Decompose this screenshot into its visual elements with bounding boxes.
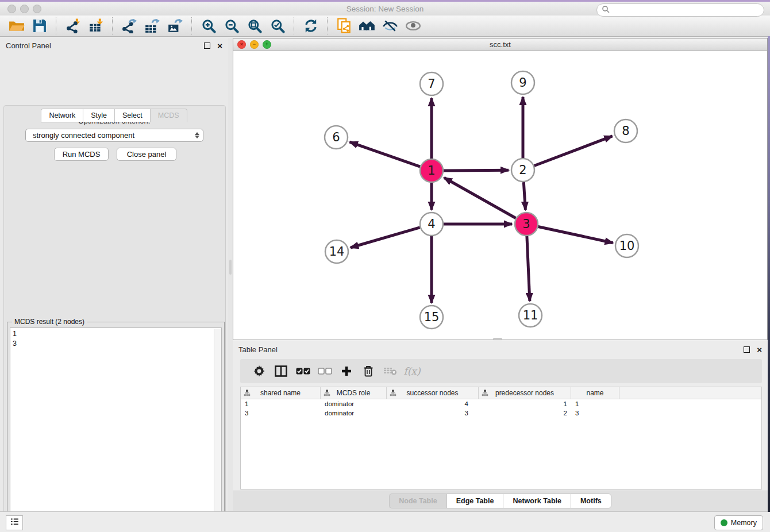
graph-edge-4-14[interactable] bbox=[351, 228, 420, 248]
table-row[interactable]: 1dominator411 bbox=[241, 399, 761, 408]
zoom-in-icon[interactable] bbox=[199, 17, 218, 34]
close-panel-icon[interactable]: × bbox=[217, 41, 222, 50]
home-icon[interactable] bbox=[357, 17, 377, 34]
graph-node-4[interactable]: 4 bbox=[420, 213, 443, 236]
tab-edge-table[interactable]: Edge Table bbox=[446, 494, 503, 508]
table-row[interactable]: 3dominator323 bbox=[241, 408, 761, 418]
refresh-icon[interactable] bbox=[301, 17, 321, 34]
network-window-title: scc.txt bbox=[233, 40, 767, 49]
column-header-shared-name[interactable]: shared name bbox=[241, 387, 321, 399]
svg-text:1: 1 bbox=[428, 164, 435, 178]
table-cell[interactable]: 3 bbox=[387, 410, 479, 417]
node-table-header: shared nameMCDS rolesuccessor nodesprede… bbox=[241, 387, 761, 399]
graph-node-6[interactable]: 6 bbox=[325, 126, 348, 149]
graph-edge-1-2[interactable] bbox=[444, 170, 509, 171]
search-icon bbox=[602, 5, 610, 16]
criterion-dropdown[interactable]: strongly connected component bbox=[25, 129, 203, 142]
graph-edge-3-1[interactable] bbox=[444, 178, 516, 218]
control-panel-title: Control Panel bbox=[6, 41, 204, 50]
table-cell[interactable]: dominator bbox=[321, 410, 387, 417]
save-session-icon[interactable] bbox=[30, 17, 49, 34]
float-window-icon[interactable] bbox=[204, 43, 210, 49]
zoom-out-icon[interactable] bbox=[222, 17, 241, 34]
column-header-MCDS-role[interactable]: MCDS role bbox=[321, 387, 387, 399]
canvas-scroll-handle[interactable] bbox=[493, 338, 502, 340]
table-cell[interactable]: 1 bbox=[241, 400, 321, 407]
search-input[interactable] bbox=[596, 3, 764, 17]
graph-node-15[interactable]: 15 bbox=[420, 306, 443, 329]
delete-columns-icon[interactable] bbox=[357, 363, 379, 380]
import-table-icon[interactable] bbox=[86, 17, 106, 34]
graph-node-9[interactable]: 9 bbox=[511, 71, 534, 94]
toolbar-separator bbox=[327, 17, 328, 34]
zoom-fit-icon[interactable] bbox=[245, 17, 264, 34]
graph-node-2[interactable]: 2 bbox=[511, 159, 534, 182]
table-cell[interactable]: 1 bbox=[479, 400, 571, 407]
table-settings-gear-icon[interactable] bbox=[248, 363, 270, 380]
graph-node-10[interactable]: 10 bbox=[615, 234, 638, 257]
table-cell[interactable]: 2 bbox=[479, 410, 571, 417]
tab-network[interactable]: Network bbox=[41, 109, 83, 122]
control-panel: Control Panel × NetworkStyleSelectMCDS O… bbox=[0, 38, 228, 511]
attribute-tree-icon bbox=[482, 390, 488, 398]
graph-edge-3-11[interactable] bbox=[527, 236, 530, 301]
zoom-selected-icon[interactable] bbox=[268, 17, 287, 34]
export-table-icon[interactable] bbox=[143, 17, 162, 34]
task-history-button[interactable] bbox=[6, 515, 23, 530]
table-cell[interactable]: 4 bbox=[387, 400, 479, 407]
export-network-icon[interactable] bbox=[120, 17, 139, 34]
run-mcds-button[interactable]: Run MCDS bbox=[54, 148, 109, 161]
duplicate-network-icon[interactable] bbox=[334, 17, 354, 34]
table-cell[interactable]: dominator bbox=[321, 400, 387, 407]
graph-edge-2-8[interactable] bbox=[534, 136, 613, 166]
add-column-icon[interactable] bbox=[336, 363, 357, 380]
column-header-label: successor nodes bbox=[406, 389, 458, 397]
mcds-result-title: MCDS result (2 nodes) bbox=[12, 318, 87, 326]
graph-edge-1-6[interactable] bbox=[350, 142, 421, 167]
tab-mcds[interactable]: MCDS bbox=[150, 109, 187, 122]
tab-node-table[interactable]: Node Table bbox=[389, 494, 446, 508]
table-cell[interactable]: 1 bbox=[571, 400, 619, 407]
deselect-rows-icon[interactable] bbox=[314, 363, 336, 380]
network-window-titlebar[interactable]: × − + scc.txt bbox=[233, 38, 767, 51]
graph-node-8[interactable]: 8 bbox=[614, 119, 637, 142]
result-scrollbar[interactable] bbox=[214, 329, 221, 532]
table-cell[interactable]: 3 bbox=[241, 410, 321, 417]
hide-graphics-icon[interactable] bbox=[380, 17, 400, 34]
tab-network-table[interactable]: Network Table bbox=[503, 494, 571, 508]
graph-node-11[interactable]: 11 bbox=[519, 304, 542, 327]
open-session-icon[interactable] bbox=[7, 17, 26, 34]
show-graphics-icon[interactable] bbox=[403, 17, 423, 34]
list-icon bbox=[10, 517, 20, 529]
split-view-icon[interactable] bbox=[270, 363, 292, 380]
tab-motifs[interactable]: Motifs bbox=[571, 494, 611, 508]
svg-text:7: 7 bbox=[428, 77, 435, 91]
column-header-successor-nodes[interactable]: successor nodes bbox=[387, 387, 479, 399]
mcds-result-textarea[interactable]: 13 bbox=[10, 327, 222, 532]
graph-node-14[interactable]: 14 bbox=[325, 240, 348, 263]
graph-node-3[interactable]: 3 bbox=[515, 213, 538, 236]
svg-text:15: 15 bbox=[424, 310, 440, 324]
graph-node-7[interactable]: 7 bbox=[420, 72, 443, 95]
column-header-predecessor-nodes[interactable]: predecessor nodes bbox=[479, 387, 571, 399]
column-header-name[interactable]: name bbox=[571, 387, 619, 399]
splitter-grip[interactable] bbox=[229, 260, 232, 275]
select-all-rows-icon[interactable] bbox=[292, 363, 314, 380]
svg-text:6: 6 bbox=[332, 130, 340, 144]
export-image-icon[interactable] bbox=[165, 17, 185, 34]
close-panel-button[interactable]: Close panel bbox=[117, 148, 176, 161]
svg-text:2: 2 bbox=[519, 163, 526, 177]
graph-node-1[interactable]: 1 bbox=[420, 159, 443, 182]
panel-splitter[interactable] bbox=[228, 38, 233, 511]
svg-text:3: 3 bbox=[522, 217, 530, 231]
graph-edge-3-10[interactable] bbox=[538, 227, 613, 243]
memory-button[interactable]: Memory bbox=[714, 515, 763, 530]
network-graph[interactable]: 7968124314101511 bbox=[233, 51, 767, 340]
tab-select[interactable]: Select bbox=[114, 109, 150, 122]
import-network-icon[interactable] bbox=[63, 17, 83, 34]
graph-edge-2-3[interactable] bbox=[523, 182, 525, 210]
table-cell[interactable]: 3 bbox=[571, 410, 619, 417]
table-float-window-icon[interactable] bbox=[744, 346, 750, 353]
table-close-panel-icon[interactable]: × bbox=[757, 345, 762, 354]
tab-style[interactable]: Style bbox=[83, 109, 114, 122]
